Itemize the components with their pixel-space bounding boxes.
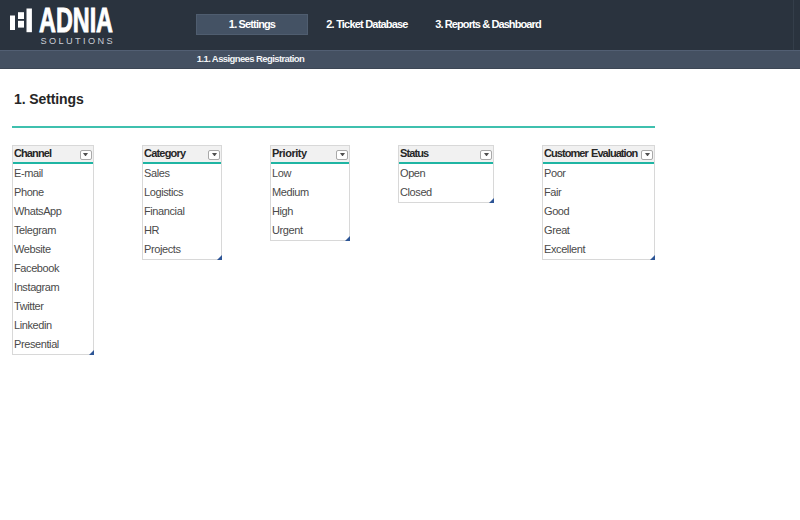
svg-text:SOLUTIONS: SOLUTIONS (41, 36, 113, 46)
svg-text:ADNIA: ADNIA (39, 6, 113, 39)
